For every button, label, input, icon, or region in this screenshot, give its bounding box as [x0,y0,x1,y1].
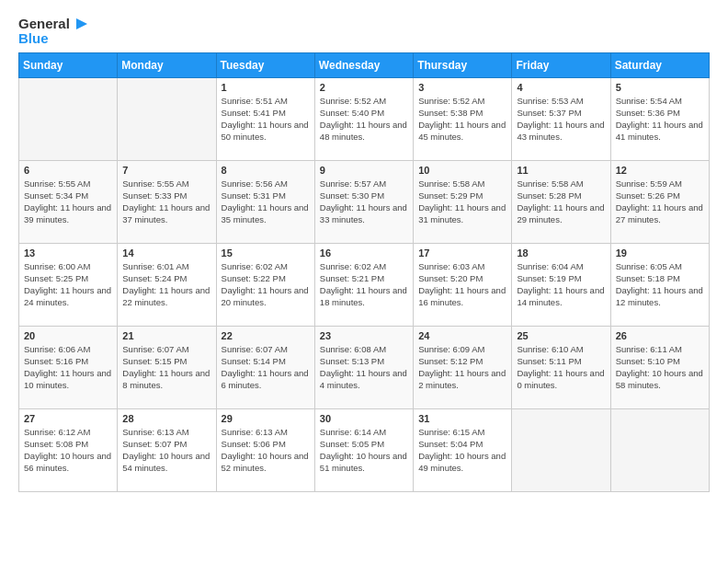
day-number: 29 [222,413,310,424]
calendar-cell: 17Sunrise: 6:03 AM Sunset: 5:20 PM Dayli… [414,243,512,326]
calendar-cell: 18Sunrise: 6:04 AM Sunset: 5:19 PM Dayli… [512,243,610,326]
weekday-header: Monday [118,52,216,77]
day-info: Sunrise: 5:55 AM Sunset: 5:34 PM Dayligh… [24,178,112,226]
calendar-cell [512,408,610,491]
logo: General Blue [18,15,91,47]
day-number: 24 [418,330,506,341]
day-number: 15 [222,247,310,259]
calendar-cell: 6Sunrise: 5:55 AM Sunset: 5:34 PM Daylig… [19,160,118,243]
svg-marker-0 [76,18,87,29]
calendar-cell: 23Sunrise: 6:08 AM Sunset: 5:13 PM Dayli… [314,326,413,408]
logo-arrow [73,15,91,33]
day-info: Sunrise: 6:00 AM Sunset: 5:25 PM Dayligh… [24,260,112,309]
day-number: 14 [122,247,210,259]
calendar-cell: 10Sunrise: 5:58 AM Sunset: 5:29 PM Dayli… [414,160,512,243]
day-number: 21 [122,330,210,341]
day-info: Sunrise: 6:14 AM Sunset: 5:05 PM Dayligh… [320,426,408,475]
day-info: Sunrise: 6:02 AM Sunset: 5:22 PM Dayligh… [222,260,310,309]
day-info: Sunrise: 6:07 AM Sunset: 5:15 PM Dayligh… [122,343,210,392]
calendar-cell: 7Sunrise: 5:55 AM Sunset: 5:33 PM Daylig… [118,160,216,243]
calendar-cell [19,77,118,160]
day-info: Sunrise: 6:13 AM Sunset: 5:07 PM Dayligh… [122,426,210,475]
calendar-cell: 9Sunrise: 5:57 AM Sunset: 5:30 PM Daylig… [314,160,413,243]
day-info: Sunrise: 5:54 AM Sunset: 5:36 PM Dayligh… [616,95,704,144]
calendar-cell: 26Sunrise: 6:11 AM Sunset: 5:10 PM Dayli… [610,326,709,408]
day-number: 8 [222,165,310,176]
calendar-cell: 20Sunrise: 6:06 AM Sunset: 5:16 PM Dayli… [19,326,118,408]
day-info: Sunrise: 5:57 AM Sunset: 5:30 PM Dayligh… [320,178,408,226]
day-number: 20 [24,330,112,341]
day-info: Sunrise: 6:10 AM Sunset: 5:11 PM Dayligh… [517,343,605,392]
calendar-cell: 15Sunrise: 6:02 AM Sunset: 5:22 PM Dayli… [216,243,314,326]
day-info: Sunrise: 6:15 AM Sunset: 5:04 PM Dayligh… [418,426,506,475]
day-number: 17 [418,247,506,259]
calendar-cell: 3Sunrise: 5:52 AM Sunset: 5:38 PM Daylig… [414,77,512,160]
calendar-cell: 13Sunrise: 6:00 AM Sunset: 5:25 PM Dayli… [19,243,118,326]
calendar-cell: 22Sunrise: 6:07 AM Sunset: 5:14 PM Dayli… [216,326,314,408]
calendar-cell [118,77,216,160]
day-info: Sunrise: 5:59 AM Sunset: 5:26 PM Dayligh… [616,178,704,226]
weekday-header: Thursday [414,52,512,77]
day-info: Sunrise: 6:11 AM Sunset: 5:10 PM Dayligh… [616,343,704,392]
calendar-cell: 25Sunrise: 6:10 AM Sunset: 5:11 PM Dayli… [512,326,610,408]
calendar-cell: 2Sunrise: 5:52 AM Sunset: 5:40 PM Daylig… [314,77,413,160]
calendar-cell: 8Sunrise: 5:56 AM Sunset: 5:31 PM Daylig… [216,160,314,243]
day-number: 26 [616,330,704,341]
day-info: Sunrise: 5:55 AM Sunset: 5:33 PM Dayligh… [122,178,210,226]
day-info: Sunrise: 6:03 AM Sunset: 5:20 PM Dayligh… [418,260,506,309]
day-info: Sunrise: 5:56 AM Sunset: 5:31 PM Dayligh… [222,178,310,226]
day-number: 11 [517,165,605,176]
calendar-cell: 16Sunrise: 6:02 AM Sunset: 5:21 PM Dayli… [314,243,413,326]
day-number: 19 [616,247,704,259]
day-info: Sunrise: 5:53 AM Sunset: 5:37 PM Dayligh… [517,95,605,144]
weekday-header: Friday [512,52,610,77]
page-header: General Blue [18,15,710,47]
logo-blue: Blue [18,31,49,47]
calendar-table: SundayMondayTuesdayWednesdayThursdayFrid… [18,52,710,492]
day-info: Sunrise: 5:51 AM Sunset: 5:41 PM Dayligh… [222,95,310,144]
day-info: Sunrise: 5:58 AM Sunset: 5:29 PM Dayligh… [418,178,506,226]
calendar-cell: 1Sunrise: 5:51 AM Sunset: 5:41 PM Daylig… [216,77,314,160]
day-info: Sunrise: 6:04 AM Sunset: 5:19 PM Dayligh… [517,260,605,309]
calendar-cell: 27Sunrise: 6:12 AM Sunset: 5:08 PM Dayli… [19,408,118,491]
day-number: 28 [122,413,210,424]
calendar-cell: 19Sunrise: 6:05 AM Sunset: 5:18 PM Dayli… [610,243,709,326]
logo-wrapper: General Blue [18,15,91,47]
day-info: Sunrise: 6:13 AM Sunset: 5:06 PM Dayligh… [222,426,310,475]
day-number: 3 [418,82,506,93]
day-number: 23 [320,330,408,341]
day-info: Sunrise: 6:12 AM Sunset: 5:08 PM Dayligh… [24,426,112,475]
day-info: Sunrise: 5:52 AM Sunset: 5:40 PM Dayligh… [320,95,408,144]
day-info: Sunrise: 6:02 AM Sunset: 5:21 PM Dayligh… [320,260,408,309]
calendar-cell: 5Sunrise: 5:54 AM Sunset: 5:36 PM Daylig… [610,77,709,160]
calendar-cell [610,408,709,491]
day-number: 22 [222,330,310,341]
day-number: 2 [320,82,408,93]
day-number: 12 [616,165,704,176]
calendar-cell: 29Sunrise: 6:13 AM Sunset: 5:06 PM Dayli… [216,408,314,491]
day-number: 7 [122,165,210,176]
day-number: 10 [418,165,506,176]
day-number: 27 [24,413,112,424]
calendar-cell: 31Sunrise: 6:15 AM Sunset: 5:04 PM Dayli… [414,408,512,491]
calendar-cell: 11Sunrise: 5:58 AM Sunset: 5:28 PM Dayli… [512,160,610,243]
day-info: Sunrise: 6:05 AM Sunset: 5:18 PM Dayligh… [616,260,704,309]
day-info: Sunrise: 6:08 AM Sunset: 5:13 PM Dayligh… [320,343,408,392]
day-info: Sunrise: 5:52 AM Sunset: 5:38 PM Dayligh… [418,95,506,144]
day-info: Sunrise: 6:06 AM Sunset: 5:16 PM Dayligh… [24,343,112,392]
day-info: Sunrise: 6:09 AM Sunset: 5:12 PM Dayligh… [418,343,506,392]
day-number: 1 [222,82,310,93]
day-info: Sunrise: 6:01 AM Sunset: 5:24 PM Dayligh… [122,260,210,309]
day-number: 4 [517,82,605,93]
calendar-cell: 28Sunrise: 6:13 AM Sunset: 5:07 PM Dayli… [118,408,216,491]
calendar-cell: 21Sunrise: 6:07 AM Sunset: 5:15 PM Dayli… [118,326,216,408]
logo-general: General [18,17,70,32]
day-number: 9 [320,165,408,176]
day-number: 18 [517,247,605,259]
day-number: 16 [320,247,408,259]
day-number: 30 [320,413,408,424]
weekday-header: Sunday [19,52,118,77]
day-number: 31 [418,413,506,424]
calendar-cell: 30Sunrise: 6:14 AM Sunset: 5:05 PM Dayli… [314,408,413,491]
weekday-header: Saturday [610,52,709,77]
